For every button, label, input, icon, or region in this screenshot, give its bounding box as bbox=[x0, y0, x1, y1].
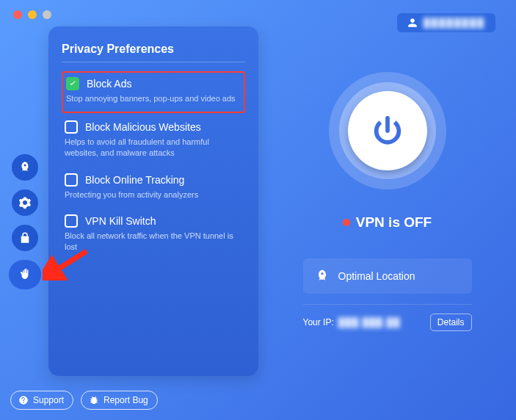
power-ring-inner bbox=[339, 82, 436, 179]
report-bug-button[interactable]: Report Bug bbox=[81, 391, 158, 410]
pref-title: VPN Kill Switch bbox=[85, 215, 156, 227]
location-label: Optimal Location bbox=[338, 270, 415, 282]
ip-label: Your IP: bbox=[303, 317, 334, 327]
vpn-status: VPN is OFF bbox=[343, 214, 432, 231]
pref-block-malicious[interactable]: Block Malicious Websites Helps to avoid … bbox=[62, 116, 245, 166]
location-picker[interactable]: Optimal Location bbox=[303, 258, 472, 294]
side-nav-privacy[interactable] bbox=[9, 260, 41, 289]
status-dot-icon bbox=[343, 219, 350, 226]
details-button[interactable]: Details bbox=[430, 314, 472, 331]
pref-title: Block Ads bbox=[87, 78, 131, 90]
user-icon bbox=[407, 18, 418, 28]
main-area: VPN is OFF Optimal Location Your IP: ███… bbox=[279, 51, 495, 385]
pref-title: Block Malicious Websites bbox=[85, 121, 201, 133]
bottom-bar: Support Report Bug bbox=[10, 391, 158, 410]
account-button[interactable]: ████████ bbox=[397, 13, 495, 32]
ip-row: Your IP: ███.███.██ Details bbox=[303, 304, 472, 331]
pref-desc: Block all network traffic when the VPN t… bbox=[65, 231, 242, 253]
pref-desc: Helps to avoid all fraudulent and harmfu… bbox=[65, 137, 242, 159]
side-nav bbox=[12, 154, 41, 289]
checkbox-icon[interactable] bbox=[66, 77, 79, 90]
pref-block-ads[interactable]: Block Ads Stop annoying banners, pop-ups… bbox=[62, 71, 245, 113]
side-nav-boost[interactable] bbox=[12, 154, 38, 181]
status-text: VPN is OFF bbox=[356, 214, 432, 231]
checkbox-icon[interactable] bbox=[65, 120, 78, 134]
minimize-icon[interactable] bbox=[28, 10, 37, 19]
side-nav-security[interactable] bbox=[12, 225, 38, 251]
bug-icon bbox=[89, 395, 99, 405]
support-label: Support bbox=[33, 395, 64, 405]
connect-button[interactable] bbox=[348, 91, 427, 170]
checkbox-icon[interactable] bbox=[65, 214, 78, 228]
window-controls bbox=[13, 10, 51, 19]
checkbox-icon[interactable] bbox=[65, 173, 78, 187]
ip-value: ███.███.██ bbox=[338, 317, 401, 327]
power-ring-outer bbox=[329, 72, 446, 189]
rocket-icon bbox=[315, 269, 330, 283]
pref-desc: Protecting you from activity analyzers bbox=[65, 189, 242, 200]
close-icon[interactable] bbox=[13, 10, 22, 19]
pref-desc: Stop annoying banners, pop-ups and video… bbox=[66, 93, 241, 104]
side-nav-settings[interactable] bbox=[12, 189, 38, 216]
pref-block-tracking[interactable]: Block Online Tracking Protecting you fro… bbox=[62, 169, 245, 208]
privacy-panel: Privacy Preferences Block Ads Stop annoy… bbox=[48, 26, 258, 376]
maximize-icon bbox=[43, 10, 51, 19]
pref-kill-switch[interactable]: VPN Kill Switch Block all network traffi… bbox=[62, 210, 245, 260]
help-icon bbox=[18, 395, 29, 405]
pref-title: Block Online Tracking bbox=[85, 174, 184, 186]
panel-title: Privacy Preferences bbox=[62, 43, 245, 56]
report-label: Report Bug bbox=[103, 395, 148, 405]
panel-divider bbox=[62, 62, 245, 62]
power-icon bbox=[371, 114, 404, 148]
support-button[interactable]: Support bbox=[10, 391, 73, 410]
account-name: ████████ bbox=[424, 18, 485, 28]
